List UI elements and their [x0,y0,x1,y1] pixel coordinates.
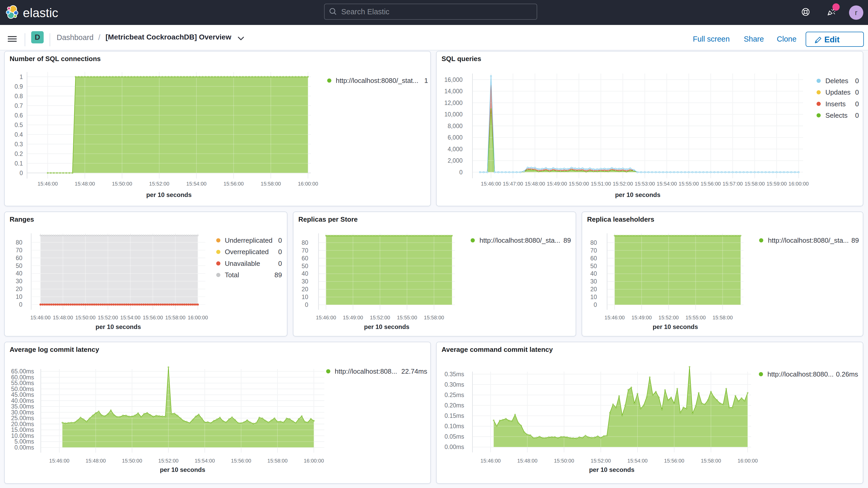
svg-text:40: 40 [16,270,22,277]
svg-text:30.00ms: 30.00ms [11,409,34,416]
svg-text:15:52:00: 15:52:00 [613,181,633,187]
svg-text:15:58:00: 15:58:00 [701,458,721,464]
svg-text:50: 50 [590,263,597,270]
svg-text:per 10 seconds: per 10 seconds [146,191,192,198]
svg-text:15:50:00: 15:50:00 [569,181,589,187]
svg-text:0.4: 0.4 [14,131,23,138]
svg-text:0: 0 [855,100,859,108]
svg-text:15:56:00: 15:56:00 [143,315,163,321]
svg-text:15:54:00: 15:54:00 [627,458,648,464]
svg-text:0.30ms: 0.30ms [445,381,464,388]
svg-text:2,000: 2,000 [447,157,463,164]
svg-text:22.74ms: 22.74ms [401,367,427,375]
svg-text:15:58:00: 15:58:00 [165,315,186,321]
svg-text:0.1: 0.1 [14,160,23,167]
svg-text:16,000: 16,000 [444,77,463,83]
svg-text:20: 20 [302,286,308,293]
svg-text:10: 10 [16,293,22,300]
svg-text:45.00ms: 45.00ms [11,391,34,398]
svg-text:35.00ms: 35.00ms [11,403,34,410]
svg-text:40: 40 [590,270,597,277]
svg-text:0: 0 [19,301,22,308]
svg-text:0.05ms: 0.05ms [445,433,464,440]
svg-text:40.00ms: 40.00ms [11,397,34,404]
svg-text:0: 0 [855,88,859,96]
svg-text:60.00ms: 60.00ms [11,374,34,381]
svg-text:15:48:00: 15:48:00 [525,181,545,187]
svg-text:15:48:00: 15:48:00 [517,458,537,464]
svg-text:15:50:00: 15:50:00 [112,181,132,187]
svg-text:Deletes: Deletes [826,77,848,85]
svg-text:0.6: 0.6 [14,112,23,119]
svg-text:15:47:00: 15:47:00 [503,181,523,187]
svg-text:0.7: 0.7 [14,102,23,109]
svg-text:80: 80 [16,239,22,246]
svg-text:10.00ms: 10.00ms [11,432,34,439]
svg-text:15:58:00: 15:58:00 [268,458,288,464]
svg-text:15:48:00: 15:48:00 [75,181,95,187]
svg-text:per 10 seconds: per 10 seconds [160,466,205,473]
svg-text:0: 0 [278,237,282,244]
svg-text:10: 10 [590,294,597,300]
svg-text:15:58:00: 15:58:00 [424,315,444,321]
svg-text:0.5: 0.5 [14,122,23,128]
svg-text:15:54:00: 15:54:00 [195,458,215,464]
svg-text:15:59:00: 15:59:00 [766,181,787,187]
svg-text:70: 70 [590,247,597,254]
svg-text:15:46:00: 15:46:00 [480,458,501,464]
svg-text:0.15ms: 0.15ms [445,413,464,419]
svg-text:15:49:00: 15:49:00 [343,315,363,321]
svg-text:per 10 seconds: per 10 seconds [96,323,141,330]
svg-text:1: 1 [424,77,428,85]
svg-text:15:50:00: 15:50:00 [122,458,142,464]
svg-text:80: 80 [302,239,308,246]
svg-text:15:55:00: 15:55:00 [679,181,699,187]
svg-text:10,000: 10,000 [444,111,463,118]
svg-text:0: 0 [278,260,282,267]
svg-text:0: 0 [278,248,282,256]
svg-text:30: 30 [16,278,22,284]
svg-text:per 10 seconds: per 10 seconds [653,323,698,330]
svg-text:per 10 seconds: per 10 seconds [364,323,410,330]
svg-text:10: 10 [302,294,308,300]
svg-text:55.00ms: 55.00ms [11,379,34,387]
svg-text:0.00ms: 0.00ms [14,444,34,451]
svg-text:16:00:00: 16:00:00 [788,181,809,187]
svg-text:20: 20 [590,286,597,293]
svg-text:5.00ms: 5.00ms [14,438,34,445]
svg-text:15:58:00: 15:58:00 [713,315,733,321]
svg-text:0: 0 [855,77,859,85]
svg-text:15:46:00: 15:46:00 [481,181,501,187]
svg-text:15:46:00: 15:46:00 [49,458,69,464]
svg-text:89: 89 [274,271,282,279]
svg-text:15.00ms: 15.00ms [11,426,34,433]
svg-text:60: 60 [16,255,22,262]
svg-text:50: 50 [16,263,22,269]
svg-text:15:48:00: 15:48:00 [86,458,106,464]
svg-text:15:49:00: 15:49:00 [547,181,567,187]
svg-text:http://localhost:8080/_sta...: http://localhost:8080/_sta... [768,237,849,244]
svg-text:http://localhost:8080/_sta...: http://localhost:8080/_sta... [479,237,560,244]
svg-text:15:56:00: 15:56:00 [701,181,721,187]
svg-text:15:56:00: 15:56:00 [664,458,684,464]
svg-text:15:55:00: 15:55:00 [397,315,417,321]
svg-text:60: 60 [302,255,308,262]
svg-text:50.00ms: 50.00ms [11,386,34,392]
svg-text:15:50:00: 15:50:00 [554,458,574,464]
svg-text:15:52:00: 15:52:00 [370,315,390,321]
svg-text:0.3: 0.3 [14,141,23,148]
svg-text:20.00ms: 20.00ms [11,421,34,427]
svg-text:25.00ms: 25.00ms [11,415,34,422]
svg-text:1: 1 [20,73,23,80]
svg-text:15:49:00: 15:49:00 [631,315,652,321]
svg-text:0: 0 [855,112,859,119]
svg-text:65.00ms: 65.00ms [11,368,34,375]
svg-text:15:52:00: 15:52:00 [158,458,179,464]
svg-text:0: 0 [459,169,463,176]
svg-text:15:54:00: 15:54:00 [657,181,677,187]
svg-text:0.9: 0.9 [14,83,23,90]
svg-text:70: 70 [16,247,22,254]
svg-text:15:58:00: 15:58:00 [261,181,281,187]
svg-text:0.00ms: 0.00ms [445,444,464,450]
svg-text:15:50:00: 15:50:00 [75,315,96,321]
